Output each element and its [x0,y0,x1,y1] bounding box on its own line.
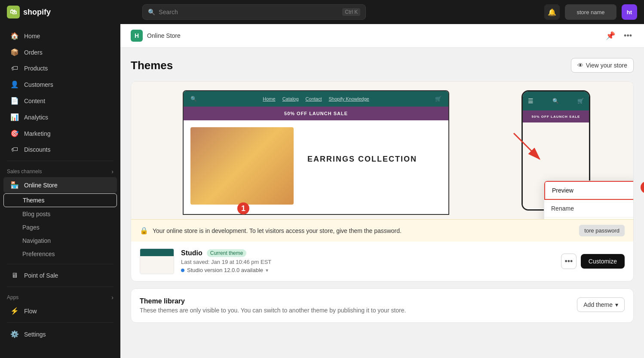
online-store-icon: 🏪 [10,181,19,189]
profile-button[interactable]: store name [565,4,616,20]
sidebar-item-flow[interactable]: ⚡ Flow [3,303,117,319]
shopify-logo-icon: 🛍 [7,6,20,18]
context-menu-preview[interactable]: Preview [544,181,633,200]
context-menu-duplicate[interactable]: Duplicate [544,217,633,219]
settings-icon: ⚙️ [10,330,19,338]
sidebar-item-content[interactable]: 📄 Content [3,93,117,109]
theme-name-row: Studio Current theme [181,249,554,257]
sidebar-item-settings[interactable]: ⚙️ Settings [3,326,117,342]
theme-thumbnail [140,248,174,274]
products-icon: 🏷 [10,64,19,72]
theme-library-desc: These themes are only visible to you. Yo… [140,307,406,314]
theme-thumbnail-inner [140,249,174,274]
theme-save-date: Last saved: Jan 19 at 10:46 pm EST [181,259,554,265]
add-theme-button[interactable]: Add theme ▾ [577,297,625,312]
lock-icon: 🔒 [140,226,148,235]
desktop-left-image [190,127,294,205]
sidebar-divider-2 [7,264,113,264]
page-header: H Online Store 📌 ••• [120,24,644,48]
desktop-cart-icon: 🛒 [435,96,442,102]
theme-library-title: Theme library [140,297,406,305]
customize-button[interactable]: Customize [581,254,625,269]
desktop-banner: 50% OFF LAUNCH SALE [184,107,448,120]
flow-icon: ⚡ [10,307,19,315]
current-theme-badge: Current theme [207,249,247,257]
marketing-icon: 🎯 [10,129,19,138]
theme-info-row: Studio Current theme Last saved: Jan 19 … [131,242,633,281]
orders-icon: 📦 [10,48,19,56]
mobile-banner: 50% OFF LAUNCH SALE [523,110,589,122]
notifications-button[interactable]: 🔔 [544,4,560,20]
sidebar-item-point-of-sale[interactable]: 🖥 Point of Sale [3,268,117,283]
pos-icon: 🖥 [10,272,19,279]
nav-actions: 🔔 store name ht [544,4,637,20]
sidebar-item-preferences[interactable]: Preferences [3,248,117,260]
search-icon: 🔍 [148,9,155,15]
sidebar-item-pages[interactable]: Pages [3,221,117,234]
bell-icon: 🔔 [548,8,556,16]
mobile-top-bar: ☰ 🔍 🛒 [523,92,589,110]
pin-button[interactable]: 📌 [604,29,617,42]
nav-contact: Contact [306,96,322,101]
desktop-nav-links: Home Catalog Contact Shopify Knowledge [263,96,369,101]
mobile-menu-icon: ☰ [528,98,534,104]
sidebar: 🏠 Home 📦 Orders 🏷 Products 👤 Customers 📄… [0,24,120,358]
chevron-right-icon-2: › [111,294,113,301]
sidebar-divider-4 [7,322,113,323]
collection-title: EARRINGS COLLECTION [307,155,417,164]
page-header-left: H Online Store [131,30,181,42]
page-title: Themes [131,59,173,72]
theme-actions: ••• Customize [561,254,625,269]
sidebar-item-home[interactable]: 🏠 Home [3,28,117,44]
theme-library-header: Theme library These themes are only visi… [140,297,625,314]
sidebar-item-customers[interactable]: 👤 Customers [3,76,117,92]
store-password-button[interactable]: tore password [579,225,625,236]
sidebar-item-navigation[interactable]: Navigation [3,234,117,247]
nav-catalog: Catalog [282,96,299,101]
sidebar-item-analytics[interactable]: 📊 Analytics [3,109,117,125]
sidebar-item-themes[interactable]: Themes [3,193,117,207]
main-layout: 🏠 Home 📦 Orders 🏷 Products 👤 Customers 📄… [0,24,644,358]
sidebar-item-products[interactable]: 🏷 Products [3,61,117,76]
sidebar-item-discounts[interactable]: 🏷 Discounts [3,142,117,157]
theme-preview: 🔍 Home Catalog Contact Shopify Knowledge… [131,82,633,219]
eye-icon: 👁 [577,62,583,69]
context-menu-rename[interactable]: Rename [544,200,633,217]
content-body: Themes 👁 View your store 🔍 Home [120,48,644,333]
sidebar-item-blog-posts[interactable]: Blog posts [3,208,117,220]
warning-text: Your online store is in development. To … [153,227,402,234]
shopify-logo[interactable]: 🛍 shopify [7,6,51,18]
desktop-right-text: EARRINGS COLLECTION [301,120,424,215]
version-chevron-icon: ▾ [266,267,268,273]
content-area: H Online Store 📌 ••• Themes 👁 View your … [120,24,644,358]
sidebar-divider-3 [7,287,113,287]
desktop-content: EARRINGS COLLECTION [184,120,448,215]
add-theme-chevron-icon: ▾ [615,301,618,308]
svg-line-1 [514,133,540,159]
desktop-search-icon: 🔍 [190,96,197,102]
sidebar-item-orders[interactable]: 📦 Orders [3,44,117,60]
sidebar-item-marketing[interactable]: 🎯 Marketing [3,125,117,141]
search-input[interactable] [159,9,339,15]
theme-details: Studio Current theme Last saved: Jan 19 … [181,249,554,273]
sidebar-item-online-store[interactable]: 🏪 Online Store [3,177,117,193]
desktop-mockup: 🔍 Home Catalog Contact Shopify Knowledge… [183,90,449,215]
more-options-button[interactable]: ••• [622,30,634,42]
warning-banner: 🔒 Your online store is in development. T… [131,219,633,242]
online-store-header-icon: H [131,30,143,42]
nav-shopify: Shopify Knowledge [329,96,369,101]
search-shortcut: Ctrl K [342,8,360,16]
avatar[interactable]: ht [622,4,637,20]
theme-more-button[interactable]: ••• [561,254,577,269]
desktop-top-bar: 🔍 Home Catalog Contact Shopify Knowledge… [184,91,448,107]
mobile-cart-icon: 🛒 [577,98,584,104]
shopify-wordmark: shopify [23,8,51,17]
sales-channels-header: Sales channels › [0,165,120,177]
red-arrow [505,125,557,178]
search-bar[interactable]: 🔍 Ctrl K [142,4,366,20]
view-store-button[interactable]: 👁 View your store [571,58,634,73]
store-name: store name [577,9,604,15]
theme-card: 🔍 Home Catalog Contact Shopify Knowledge… [131,81,634,282]
step-badge-1: 1 [237,202,249,214]
theme-library-card: Theme library These themes are only visi… [131,288,634,323]
